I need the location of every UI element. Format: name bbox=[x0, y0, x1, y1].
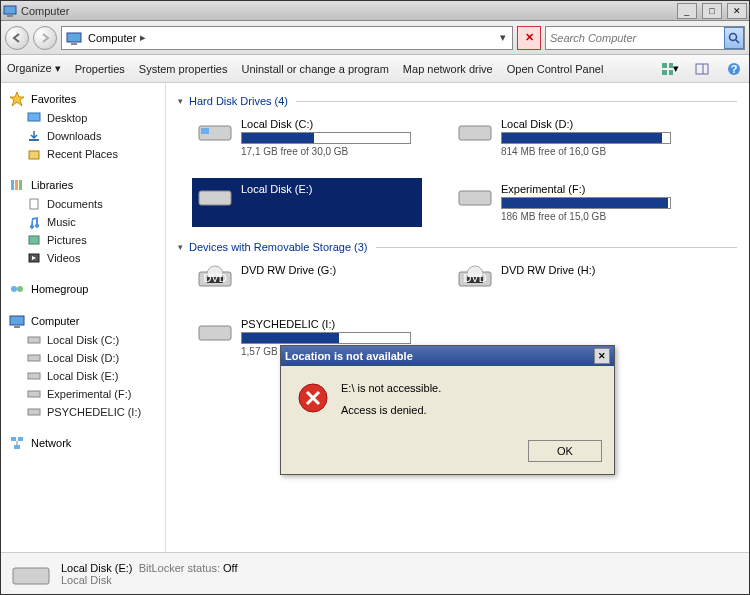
system-properties-button[interactable]: System properties bbox=[139, 63, 228, 75]
collapse-icon[interactable]: ▾ bbox=[178, 96, 183, 106]
uninstall-button[interactable]: Uninstall or change a program bbox=[242, 63, 389, 75]
homegroup-icon bbox=[9, 281, 25, 297]
drive-c[interactable]: Local Disk (C:) 17,1 GB free of 30,0 GB bbox=[192, 113, 422, 162]
disk-icon bbox=[27, 351, 41, 365]
sidebar-item-disk-f[interactable]: Experimental (F:) bbox=[1, 385, 165, 403]
svg-rect-32 bbox=[28, 391, 40, 397]
homegroup-header[interactable]: Homegroup bbox=[1, 279, 165, 299]
disk-icon bbox=[457, 183, 493, 211]
view-options-button[interactable]: ▾ bbox=[661, 60, 679, 78]
group-hdd[interactable]: ▾ Hard Disk Drives (4) bbox=[178, 95, 737, 107]
drive-f[interactable]: Experimental (F:) 186 MB free of 15,0 GB bbox=[452, 178, 682, 227]
search-input[interactable] bbox=[546, 32, 724, 44]
svg-rect-9 bbox=[669, 70, 673, 75]
disk-icon bbox=[27, 369, 41, 383]
drive-name: DVD RW Drive (G:) bbox=[241, 264, 417, 276]
group-removable[interactable]: ▾ Devices with Removable Storage (3) bbox=[178, 241, 737, 253]
dialog-message-2: Access is denied. bbox=[341, 404, 598, 416]
capacity-bar bbox=[501, 132, 671, 144]
computer-icon bbox=[9, 313, 25, 329]
svg-rect-31 bbox=[28, 373, 40, 379]
drive-g[interactable]: DVD DVD RW Drive (G:) bbox=[192, 259, 422, 297]
stop-refresh-button[interactable]: ✕ bbox=[517, 26, 541, 50]
dialog-titlebar[interactable]: Location is not available ✕ bbox=[281, 346, 614, 366]
svg-rect-15 bbox=[28, 113, 40, 121]
svg-rect-36 bbox=[14, 445, 20, 449]
properties-button[interactable]: Properties bbox=[75, 63, 125, 75]
minimize-button[interactable]: _ bbox=[677, 3, 697, 19]
drive-name: Local Disk (E:) bbox=[241, 183, 417, 195]
drive-name: DVD RW Drive (H:) bbox=[501, 264, 677, 276]
downloads-icon bbox=[27, 129, 41, 143]
back-button[interactable] bbox=[5, 26, 29, 50]
svg-rect-39 bbox=[201, 128, 209, 134]
svg-text:DVD: DVD bbox=[463, 272, 486, 284]
help-button[interactable]: ? bbox=[725, 60, 743, 78]
svg-rect-35 bbox=[18, 437, 23, 441]
sidebar-item-pictures[interactable]: Pictures bbox=[1, 231, 165, 249]
disk-icon bbox=[11, 560, 51, 588]
sidebar-item-desktop[interactable]: Desktop bbox=[1, 109, 165, 127]
sidebar-item-downloads[interactable]: Downloads bbox=[1, 127, 165, 145]
svg-rect-3 bbox=[71, 43, 77, 45]
forward-button[interactable] bbox=[33, 26, 57, 50]
libraries-header[interactable]: Libraries bbox=[1, 175, 165, 195]
sidebar-item-videos[interactable]: Videos bbox=[1, 249, 165, 267]
svg-rect-19 bbox=[15, 180, 18, 190]
svg-point-26 bbox=[17, 286, 23, 292]
svg-rect-41 bbox=[199, 191, 231, 205]
documents-icon bbox=[27, 197, 41, 211]
disk-icon bbox=[27, 387, 41, 401]
status-type: Local Disk bbox=[61, 574, 238, 586]
svg-rect-16 bbox=[29, 139, 39, 141]
sidebar-item-disk-e[interactable]: Local Disk (E:) bbox=[1, 367, 165, 385]
chevron-right-icon[interactable]: ▸ bbox=[140, 31, 146, 44]
close-button[interactable]: ✕ bbox=[727, 3, 747, 19]
command-bar: Organize ▾ Properties System properties … bbox=[1, 55, 749, 83]
address-dropdown[interactable]: ▾ bbox=[496, 31, 510, 44]
sidebar-item-disk-d[interactable]: Local Disk (D:) bbox=[1, 349, 165, 367]
ok-button[interactable]: OK bbox=[528, 440, 602, 462]
sidebar-item-recent[interactable]: Recent Places bbox=[1, 145, 165, 163]
breadcrumb[interactable]: Computer bbox=[84, 32, 140, 44]
search-box[interactable] bbox=[545, 26, 745, 50]
favorites-header[interactable]: Favorites bbox=[1, 89, 165, 109]
recent-icon bbox=[27, 147, 41, 161]
dialog-title: Location is not available bbox=[285, 350, 594, 362]
free-text: 814 MB free of 16,0 GB bbox=[501, 146, 677, 157]
sidebar-item-disk-i[interactable]: PSYCHEDELIC (I:) bbox=[1, 403, 165, 421]
map-drive-button[interactable]: Map network drive bbox=[403, 63, 493, 75]
maximize-button[interactable]: □ bbox=[702, 3, 722, 19]
svg-rect-18 bbox=[11, 180, 14, 190]
svg-point-25 bbox=[11, 286, 17, 292]
svg-rect-6 bbox=[662, 63, 667, 68]
computer-header[interactable]: Computer bbox=[1, 311, 165, 331]
free-text: 17,1 GB free of 30,0 GB bbox=[241, 146, 417, 157]
svg-rect-20 bbox=[19, 180, 22, 190]
drive-d[interactable]: Local Disk (D:) 814 MB free of 16,0 GB bbox=[452, 113, 682, 162]
network-icon bbox=[9, 435, 25, 451]
free-text: 186 MB free of 15,0 GB bbox=[501, 211, 677, 222]
network-header[interactable]: Network bbox=[1, 433, 165, 453]
dialog-close-button[interactable]: ✕ bbox=[594, 348, 610, 364]
svg-text:?: ? bbox=[731, 63, 738, 75]
preview-pane-button[interactable] bbox=[693, 60, 711, 78]
sidebar-item-documents[interactable]: Documents bbox=[1, 195, 165, 213]
organize-menu[interactable]: Organize ▾ bbox=[7, 62, 61, 75]
window-title: Computer bbox=[21, 5, 675, 17]
collapse-icon[interactable]: ▾ bbox=[178, 242, 183, 252]
sidebar-item-music[interactable]: Music bbox=[1, 213, 165, 231]
address-bar[interactable]: Computer ▸ ▾ bbox=[61, 26, 513, 50]
drive-e[interactable]: Local Disk (E:) bbox=[192, 178, 422, 227]
drive-h[interactable]: DVD DVD RW Drive (H:) bbox=[452, 259, 682, 297]
svg-rect-1 bbox=[7, 15, 13, 17]
search-button[interactable] bbox=[724, 27, 744, 49]
disk-icon bbox=[197, 118, 233, 146]
svg-marker-14 bbox=[10, 92, 24, 106]
nav-toolbar: Computer ▸ ▾ ✕ bbox=[1, 21, 749, 55]
bitlocker-value: Off bbox=[223, 562, 237, 574]
svg-rect-2 bbox=[67, 33, 81, 42]
control-panel-button[interactable]: Open Control Panel bbox=[507, 63, 604, 75]
usb-disk-icon bbox=[197, 318, 233, 346]
sidebar-item-disk-c[interactable]: Local Disk (C:) bbox=[1, 331, 165, 349]
